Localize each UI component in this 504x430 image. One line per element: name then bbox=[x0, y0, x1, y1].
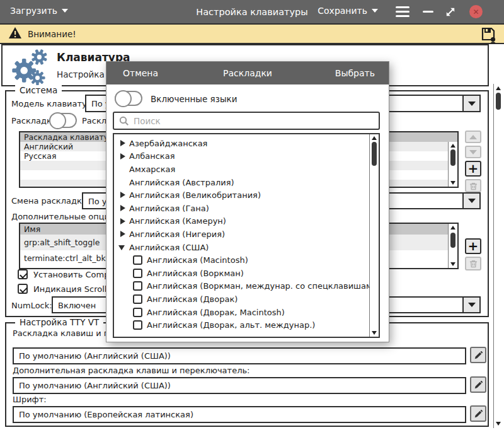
language-checkbox[interactable] bbox=[133, 269, 142, 278]
layouts-toggle[interactable] bbox=[49, 113, 77, 128]
scroll-down-icon[interactable] bbox=[450, 181, 455, 185]
list-item[interactable]: Английская (США) bbox=[114, 241, 369, 254]
scroll-down-icon[interactable] bbox=[450, 262, 455, 266]
numlock-value: Включен bbox=[58, 300, 96, 310]
expand-arrow-icon[interactable] bbox=[114, 318, 133, 332]
expand-arrow-icon[interactable] bbox=[114, 202, 129, 215]
expand-arrow-icon[interactable] bbox=[114, 280, 133, 293]
tty-field-input[interactable] bbox=[13, 377, 466, 394]
language-checkbox[interactable] bbox=[133, 255, 142, 265]
language-items: Азербайджанская Албанская Амхарская bbox=[114, 137, 369, 332]
expand-arrow-icon[interactable] bbox=[114, 228, 129, 241]
expand-arrow-icon[interactable] bbox=[114, 189, 129, 202]
close-button[interactable]: ✕ bbox=[469, 5, 483, 18]
chevron-down-icon bbox=[468, 102, 476, 106]
language-checkbox[interactable] bbox=[133, 308, 142, 317]
scroll-up-icon[interactable] bbox=[496, 86, 501, 90]
expand-arrow-icon[interactable] bbox=[114, 150, 129, 163]
enabled-languages-label: Включенные языки bbox=[151, 94, 238, 104]
expand-arrow-icon[interactable] bbox=[114, 267, 133, 280]
expand-arrow-icon[interactable] bbox=[114, 253, 133, 267]
expand-arrow-icon[interactable] bbox=[114, 306, 133, 319]
combo-dropdown-button[interactable] bbox=[462, 194, 479, 208]
titlebar: Загрузить Настройка клавиатуры Сохранить… bbox=[0, 0, 504, 23]
expand-arrow-icon[interactable] bbox=[114, 215, 129, 228]
scroll-down-icon[interactable] bbox=[372, 331, 377, 335]
combo-dropdown-button[interactable] bbox=[462, 298, 479, 312]
chevron-down-icon bbox=[468, 199, 476, 203]
chevron-down-icon bbox=[468, 303, 476, 307]
language-label: Английская (Воркман) bbox=[147, 269, 244, 278]
pencil-icon bbox=[474, 351, 483, 360]
compose-checkbox[interactable] bbox=[18, 269, 28, 279]
list-item[interactable]: Амхарская bbox=[114, 163, 369, 176]
toggle-knob bbox=[49, 112, 66, 129]
list-item[interactable]: Английская (Воркман, междунар. со спецкл… bbox=[114, 280, 369, 293]
scrollbar-thumb[interactable] bbox=[450, 149, 455, 166]
maximize-icon[interactable] bbox=[445, 6, 456, 18]
list-item[interactable]: Английская (Австралия) bbox=[114, 176, 369, 189]
tty-field-input[interactable] bbox=[13, 347, 466, 364]
language-label: Английская (Камерун) bbox=[129, 216, 226, 226]
edit-button[interactable] bbox=[470, 405, 486, 422]
search-input[interactable] bbox=[134, 116, 379, 126]
scrollbar-thumb[interactable] bbox=[372, 142, 377, 166]
toggle-knob bbox=[115, 90, 132, 107]
hamburger-menu-button[interactable] bbox=[396, 6, 410, 17]
scroll-up-icon[interactable] bbox=[372, 136, 377, 140]
move-up-button[interactable] bbox=[465, 131, 481, 143]
enabled-languages-toggle[interactable] bbox=[115, 91, 142, 106]
edit-button[interactable] bbox=[470, 347, 486, 363]
list-item[interactable]: Английская (Великобритания) bbox=[114, 189, 369, 202]
list-item[interactable]: Английская (Камерун) bbox=[114, 215, 369, 228]
list-item[interactable]: Английская (Воркман) bbox=[114, 267, 369, 280]
scrollbar-thumb[interactable] bbox=[496, 93, 501, 110]
scroll-up-icon[interactable] bbox=[450, 144, 455, 148]
expand-arrow-icon[interactable] bbox=[114, 137, 129, 150]
expand-arrow-icon[interactable] bbox=[114, 293, 133, 306]
select-button[interactable]: Выбрать bbox=[335, 68, 375, 78]
list-item[interactable]: Английская (Нигерия) bbox=[114, 228, 369, 241]
minimize-button[interactable] bbox=[423, 11, 433, 13]
plus-icon: + bbox=[468, 240, 479, 252]
warning-text: Внимание! bbox=[28, 29, 76, 39]
list-item[interactable]: Английская (Macintosh) bbox=[114, 253, 369, 267]
language-checkbox[interactable] bbox=[133, 320, 142, 330]
language-checkbox[interactable] bbox=[133, 294, 142, 304]
save-menu-label: Сохранить bbox=[318, 6, 367, 16]
save-menu-button[interactable]: Сохранить bbox=[318, 6, 378, 16]
tty-field-input[interactable] bbox=[13, 406, 466, 423]
expand-arrow-icon[interactable] bbox=[114, 176, 129, 189]
combo-dropdown-button[interactable] bbox=[462, 96, 479, 111]
language-label: Амхарская bbox=[129, 165, 175, 174]
delete-layout-button[interactable] bbox=[465, 179, 481, 192]
list-item[interactable]: Азербайджанская bbox=[114, 137, 369, 150]
scroll-down-icon[interactable] bbox=[496, 422, 501, 426]
language-label: Английская (Дворак, Macintosh) bbox=[147, 308, 285, 317]
layouts-toggle-text: Раскл bbox=[82, 116, 106, 125]
language-label: Английская (США) bbox=[129, 243, 209, 252]
add-option-button[interactable]: + bbox=[465, 238, 481, 254]
tty-field-label: Раскладка клавиш и пер bbox=[13, 328, 120, 338]
scroll-up-icon[interactable] bbox=[450, 226, 455, 230]
list-item[interactable]: Албанская bbox=[114, 150, 369, 163]
scrollbar-thumb[interactable] bbox=[450, 233, 455, 248]
scroll-lock-checkbox[interactable] bbox=[18, 284, 28, 294]
list-item[interactable]: Английская (Дворак, Macintosh) bbox=[114, 306, 369, 319]
language-label: Английская (Великобритания) bbox=[129, 190, 261, 200]
list-item[interactable]: Английская (Дворак, альт. междунар.) bbox=[114, 318, 369, 332]
list-item[interactable]: Английская (Гана) bbox=[114, 202, 369, 215]
expand-arrow-icon[interactable] bbox=[114, 241, 129, 254]
edit-button[interactable] bbox=[470, 376, 486, 393]
extra-options-label: Дополнительные опции: bbox=[11, 212, 118, 221]
layouts-dialog: Отмена Раскладки Выбрать Включенные язык… bbox=[106, 61, 389, 342]
move-down-button[interactable] bbox=[465, 146, 481, 158]
list-item[interactable]: Английская (Дворак) bbox=[114, 293, 369, 306]
language-checkbox[interactable] bbox=[133, 281, 142, 291]
system-legend: Система bbox=[15, 85, 62, 95]
language-list-scrollbar bbox=[369, 134, 379, 337]
delete-option-button[interactable] bbox=[465, 257, 481, 270]
expand-arrow-icon[interactable] bbox=[114, 163, 129, 176]
save-file-icon[interactable] bbox=[481, 26, 496, 46]
add-layout-button[interactable]: + bbox=[465, 161, 481, 177]
